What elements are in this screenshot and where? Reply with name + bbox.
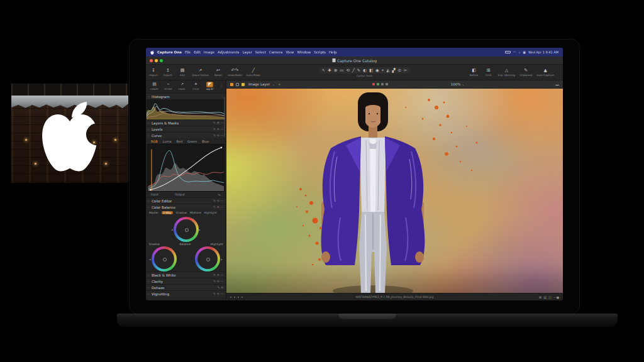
thumb-size-slider-icon[interactable]: —● [553, 295, 559, 299]
wifi-icon[interactable]: ◠ [513, 50, 516, 54]
curve-tab-blue[interactable]: Blue [202, 140, 209, 143]
nav-dots[interactable] [230, 297, 243, 298]
pen-icon[interactable]: ✎ [213, 206, 216, 209]
panel-header-levels[interactable]: › Levels ✎⟲⋯ [146, 126, 226, 132]
pen-icon[interactable]: ✎ [218, 193, 221, 197]
menu-layer[interactable]: Layer [242, 50, 252, 54]
tab-tether[interactable]: ⌁TETHER [163, 82, 174, 90]
before-after-button[interactable]: ◧Before [469, 69, 479, 77]
clone-tool-icon[interactable]: ◧ [369, 68, 373, 73]
more-icon[interactable]: ⋯ [221, 292, 224, 295]
panel-header-dehaze[interactable]: › Dehaze ✎⟲ [146, 284, 226, 290]
right-arrow-icon[interactable]: ▸ [199, 228, 201, 231]
select-tool-icon[interactable]: ↖ [322, 68, 325, 73]
pan-tool-icon[interactable]: ✚ [328, 68, 331, 73]
auto-capture-button[interactable]: ▲Auto Capture [536, 69, 554, 77]
menu-select[interactable]: Select [255, 50, 266, 54]
more-icon[interactable]: ⋯ [221, 273, 224, 277]
panel-header-clarity[interactable]: › Clarity ✎⟲⋯ [146, 278, 226, 284]
clipboard-button[interactable]: ✎Clipboard [519, 69, 532, 77]
crop-tool-icon[interactable]: ▭ [340, 68, 343, 73]
panel-header-curve[interactable]: › Curve ✎⟲⋯ [146, 132, 226, 138]
pen-icon[interactable]: ✎ [213, 273, 216, 277]
pen-icon[interactable]: ✎ [213, 292, 216, 295]
import-button[interactable]: ↧Import [148, 69, 158, 77]
menu-help[interactable]: Help [329, 50, 337, 54]
cb-tab-shadow[interactable]: Shadow [176, 211, 187, 214]
menu-scripts[interactable]: Scripts [314, 50, 326, 54]
more-icon[interactable]: ⋯ [221, 280, 224, 283]
tab-adjust[interactable]: ◩ADJUST [204, 82, 215, 90]
split-view-icon[interactable]: ◫ [548, 295, 552, 299]
apple-menu-icon[interactable] [150, 50, 154, 55]
more-icon[interactable]: ⋯ [221, 199, 224, 202]
share-online-button[interactable]: ↗Share Online [192, 69, 209, 77]
export-button[interactable]: ↥Export [163, 69, 173, 77]
pen-icon[interactable]: ✎ [217, 286, 219, 289]
control-center-icon[interactable]: ▣ [523, 50, 526, 54]
tab-share[interactable]: ↗SHARE [177, 82, 187, 90]
panel-header-histogram[interactable]: › Histogram [146, 93, 226, 99]
pen-icon[interactable]: ✎ [213, 280, 216, 283]
draw-mask-tool-icon[interactable]: ✎ [357, 68, 360, 73]
reset-icon[interactable]: ⟲ [217, 128, 219, 131]
undo-redo-button[interactable]: ↶↷Undo/Redo [228, 69, 242, 77]
cb-tab-midtone[interactable]: Midtone [190, 211, 201, 214]
annotate-tool-icon[interactable]: ✂ [404, 68, 407, 73]
layer-outline-icon[interactable] [236, 83, 239, 86]
menu-capture-one[interactable]: Capture One [157, 50, 182, 54]
grid-view-icon[interactable]: ⊞ [539, 295, 541, 299]
cb-tab-highlight[interactable]: Highlight [204, 211, 217, 214]
curve-tab-luma[interactable]: Luma [163, 140, 172, 143]
radial-mask-tool-icon[interactable]: ◉ [375, 68, 379, 73]
reset-icon[interactable]: ⟲ [217, 134, 219, 137]
gradient-mask-tool-icon[interactable]: ◭ [386, 68, 389, 73]
menu-camera[interactable]: Camera [269, 50, 283, 54]
curve-graph[interactable] [147, 144, 225, 192]
list-view-icon[interactable]: ▤ [543, 295, 547, 299]
panel-scrollbar[interactable] [224, 97, 225, 137]
left-arrow-icon[interactable]: ◂ [171, 228, 172, 231]
panel-header-vignetting[interactable]: › Vignetting ✎⟲⋯ [146, 290, 226, 297]
tab-library[interactable]: ▤LIBRARY [149, 82, 160, 90]
more-tabs-icon[interactable]: ⋮ [219, 82, 223, 87]
pen-icon[interactable]: ✎ [213, 121, 216, 124]
panel-header-color-balance[interactable]: › Color Balance ✎⟲⋯ [146, 204, 226, 210]
auto-mask-button[interactable]: ╱Auto Mask [247, 69, 260, 77]
zoom-button[interactable] [160, 59, 163, 62]
add-layer-button[interactable]: ＋ [277, 82, 281, 87]
reset-icon[interactable]: ⟲ [217, 273, 219, 277]
pen-icon[interactable]: ✎ [213, 134, 216, 137]
brush-icon[interactable]: ◔ [217, 121, 219, 124]
battery-icon[interactable] [505, 51, 511, 53]
pen-icon[interactable]: ✎ [213, 199, 216, 202]
menu-clock[interactable]: Wed Apr 1 9:41 AM [528, 50, 558, 54]
focus-mask-toggle-icon[interactable] [377, 83, 379, 85]
curve-tab-green[interactable]: Green [187, 140, 197, 143]
layer-dropdown[interactable]: Image Layer [248, 82, 270, 86]
collapse-panel-handle[interactable]: — [555, 82, 559, 87]
edit-button[interactable]: ▤Edit [177, 69, 187, 77]
cb-tab-3way[interactable]: 3-Way [162, 211, 173, 214]
zoom-tool-icon[interactable]: ⊕ [334, 68, 337, 73]
menu-image[interactable]: Image [204, 50, 214, 54]
color-tag-orange-icon[interactable] [230, 83, 233, 86]
menu-adjustments[interactable]: Adjustments [218, 50, 239, 54]
highlight-color-wheel[interactable] [195, 246, 220, 272]
menu-file[interactable]: File [185, 50, 191, 54]
reset-icon[interactable]: ⟲ [217, 206, 219, 209]
color-picker-tool-icon[interactable]: ⊙ [397, 68, 401, 73]
erase-mask-tool-icon[interactable]: ▞ [392, 68, 395, 73]
reset-icon[interactable]: ⟲ [221, 286, 223, 289]
minimize-button[interactable] [155, 59, 158, 62]
exposure-warning-toggle-icon[interactable] [372, 83, 375, 85]
panel-header-color-editor[interactable]: › Color Editor ✎⟲⋯ [146, 197, 226, 204]
close-button[interactable] [150, 59, 153, 62]
proof-toggle-icon[interactable] [386, 83, 388, 85]
pen-icon[interactable]: ✎ [213, 128, 216, 131]
reset-icon[interactable]: ⟲ [217, 199, 219, 202]
search-icon[interactable]: ⌕ [518, 50, 520, 55]
heal-tool-icon[interactable]: ◐ [363, 68, 367, 73]
menu-window[interactable]: Window [297, 50, 311, 54]
color-tag-yellow-icon[interactable] [242, 83, 245, 86]
